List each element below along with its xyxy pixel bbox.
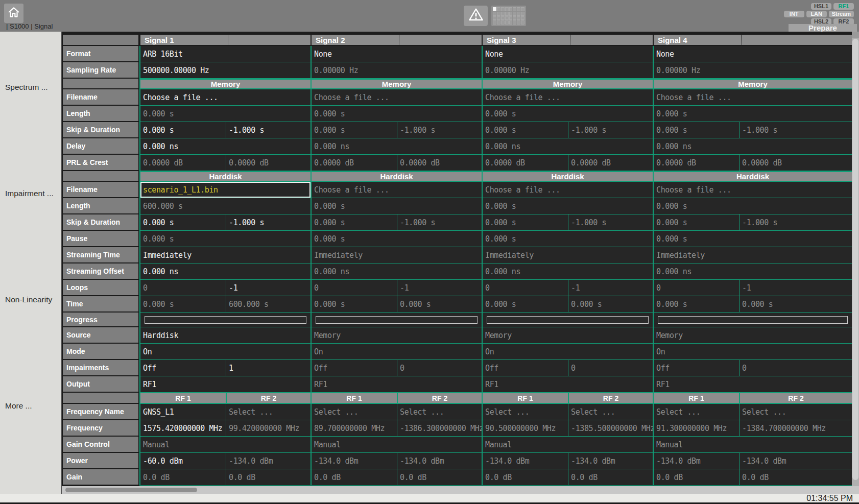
- page-grid-cell[interactable]: [513, 20, 516, 25]
- cell-length-s3[interactable]: 0.000 s: [483, 198, 653, 214]
- cell-frequency-s1-a[interactable]: 1575.420000000 MHz: [140, 420, 226, 436]
- cell-skip-duration-s1-b[interactable]: -1.000 s: [226, 214, 311, 230]
- cell-output-s1[interactable]: RF1: [140, 376, 311, 392]
- cell-delay-s3[interactable]: 0.000 ns: [483, 138, 653, 154]
- cell-frequency-name-s3-a[interactable]: Select ...: [483, 404, 568, 420]
- page-grid-cell[interactable]: [521, 20, 524, 25]
- page-grid-cell[interactable]: [509, 16, 513, 20]
- cell-frequency-name-s4-a[interactable]: Select ...: [654, 404, 739, 420]
- cell-gain-control-s3[interactable]: Manual: [483, 437, 653, 452]
- cell-streaming-offset-s1[interactable]: 0.000 ns: [140, 263, 311, 279]
- cell-length-s3[interactable]: 0.000 s: [483, 106, 653, 122]
- page-grid-cell[interactable]: [521, 7, 524, 11]
- cell-frequency-s4-b[interactable]: -1384.700000000 MHz: [739, 420, 852, 436]
- page-grid-cell[interactable]: [509, 7, 513, 11]
- page-grid-cell[interactable]: [517, 20, 520, 25]
- cell-loops-s4-b[interactable]: -1: [739, 280, 852, 296]
- page-grid-cell[interactable]: [497, 12, 500, 16]
- cell-frequency-name-s2-b[interactable]: Select ...: [397, 404, 482, 420]
- cell-sampling-rate-s4[interactable]: 0.00000 Hz: [654, 62, 852, 78]
- cell-mode-s4[interactable]: On: [654, 344, 852, 359]
- cell-frequency-s1-b[interactable]: 99.420000000 MHz: [226, 420, 311, 436]
- cell-loops-s4-a[interactable]: 0: [654, 280, 739, 296]
- cell-skip-duration-s1-b[interactable]: -1.000 s: [226, 122, 311, 138]
- page-grid-cell[interactable]: [517, 12, 520, 16]
- cell-prl-crest-s4-a[interactable]: 0.0000 dB: [654, 155, 739, 171]
- cell-mode-s2[interactable]: On: [312, 344, 482, 359]
- cell-streaming-offset-s3[interactable]: 0.000 ns: [483, 263, 653, 279]
- cell-sampling-rate-s2[interactable]: 0.00000 Hz: [312, 62, 482, 78]
- cell-skip-duration-s2-a[interactable]: 0.000 s: [312, 214, 397, 230]
- cell-gain-s4-a[interactable]: 0.0 dB: [654, 469, 739, 485]
- cell-frequency-s4-a[interactable]: 91.300000000 MHz: [654, 420, 739, 436]
- page-grid-cell[interactable]: [501, 12, 505, 16]
- page-grid-cell[interactable]: [497, 7, 500, 11]
- cell-impairments-s3-b[interactable]: 0: [568, 360, 653, 376]
- cell-frequency-name-s2-a[interactable]: Select ...: [312, 404, 397, 420]
- cell-gain-s2-a[interactable]: 0.0 dB: [312, 469, 397, 485]
- home-button[interactable]: [4, 4, 23, 23]
- cell-skip-duration-s2-a[interactable]: 0.000 s: [312, 122, 397, 138]
- cell-frequency-name-s1-b[interactable]: Select ...: [226, 404, 311, 420]
- cell-impairments-s1-a[interactable]: Off: [140, 360, 226, 376]
- cell-output-s4[interactable]: RF1: [654, 376, 852, 392]
- cell-streaming-offset-s2[interactable]: 0.000 ns: [312, 263, 482, 279]
- cell-power-s2-a[interactable]: -134.0 dBm: [312, 453, 397, 469]
- cell-gain-control-s1[interactable]: Manual: [140, 437, 311, 452]
- cell-format-s1[interactable]: ARB 16Bit: [140, 46, 311, 62]
- cell-length-s1[interactable]: 600.000 s: [140, 198, 311, 214]
- page-grid-cell[interactable]: [493, 20, 496, 25]
- cell-filename-s3[interactable]: Choose a file ...: [483, 182, 653, 198]
- cell-power-s1-a[interactable]: -60.0 dBm: [140, 453, 226, 469]
- cell-impairments-s2-b[interactable]: 0: [397, 360, 482, 376]
- cell-source-s4[interactable]: Memory: [654, 327, 852, 343]
- sidebar-item-impairment[interactable]: Impairment ...: [5, 189, 54, 198]
- cell-pause-s3[interactable]: 0.000 s: [483, 231, 653, 247]
- cell-source-s3[interactable]: Memory: [483, 327, 653, 343]
- page-grid-cell[interactable]: [513, 7, 516, 11]
- cell-pause-s2[interactable]: 0.000 s: [312, 231, 482, 247]
- cell-format-s2[interactable]: None: [312, 46, 482, 62]
- cell-loops-s1-a[interactable]: 0: [140, 280, 226, 296]
- cell-gain-s1-a[interactable]: 0.0 dB: [140, 469, 226, 485]
- cell-gain-s2-b[interactable]: 0.0 dB: [397, 469, 482, 485]
- cell-mode-s1[interactable]: On: [140, 344, 311, 359]
- cell-frequency-s3-b[interactable]: -1385.500000000 MHz: [568, 420, 653, 436]
- cell-loops-s2-b[interactable]: -1: [397, 280, 482, 296]
- page-grid[interactable]: [491, 6, 526, 26]
- sidebar-item-more[interactable]: More ...: [5, 401, 32, 411]
- cell-loops-s2-a[interactable]: 0: [312, 280, 397, 296]
- cell-streaming-time-s1[interactable]: Immediately: [140, 247, 311, 263]
- cell-gain-s4-b[interactable]: 0.0 dB: [739, 469, 852, 485]
- cell-power-s2-b[interactable]: -134.0 dBm: [397, 453, 482, 469]
- cell-length-s4[interactable]: 0.000 s: [654, 106, 852, 122]
- cell-frequency-s2-b[interactable]: -1386.300000000 MHz: [397, 420, 482, 436]
- page-grid-cell[interactable]: [521, 12, 524, 16]
- cell-length-s4[interactable]: 0.000 s: [654, 198, 852, 214]
- cell-time-s1-a[interactable]: 0.000 s: [140, 296, 226, 312]
- cell-output-s3[interactable]: RF1: [483, 376, 653, 392]
- cell-time-s2-b[interactable]: 0.000 s: [397, 296, 482, 312]
- page-grid-cell[interactable]: [493, 7, 496, 11]
- cell-frequency-name-s4-b[interactable]: Select ...: [739, 404, 852, 420]
- page-grid-cell[interactable]: [493, 12, 496, 16]
- cell-source-s1[interactable]: Harddisk: [140, 327, 311, 343]
- vertical-scrollbar[interactable]: [852, 32, 859, 486]
- cell-streaming-time-s2[interactable]: Immediately: [312, 247, 482, 263]
- sidebar-item-spectrum[interactable]: Spectrum ...: [5, 83, 48, 92]
- cell-gain-s1-b[interactable]: 0.0 dB: [226, 469, 311, 485]
- cell-impairments-s1-b[interactable]: 1: [226, 360, 311, 376]
- cell-time-s2-a[interactable]: 0.000 s: [312, 296, 397, 312]
- horizontal-scrollbar-thumb[interactable]: [65, 488, 197, 492]
- cell-time-s3-a[interactable]: 0.000 s: [483, 296, 568, 312]
- horizontal-scrollbar[interactable]: [62, 486, 859, 494]
- cell-time-s1-b[interactable]: 600.000 s: [226, 296, 311, 312]
- cell-gain-s3-b[interactable]: 0.0 dB: [568, 469, 653, 485]
- page-grid-cell[interactable]: [497, 16, 500, 20]
- cell-frequency-s3-a[interactable]: 90.500000000 MHz: [483, 420, 568, 436]
- page-grid-cell[interactable]: [505, 20, 509, 25]
- cell-pause-s1[interactable]: 0.000 s: [140, 231, 311, 247]
- cell-filename-s2[interactable]: Choose a file ...: [312, 182, 482, 198]
- cell-gain-s3-a[interactable]: 0.0 dB: [483, 469, 568, 485]
- sidebar-item-non-linearity[interactable]: Non-Linearity: [5, 295, 52, 304]
